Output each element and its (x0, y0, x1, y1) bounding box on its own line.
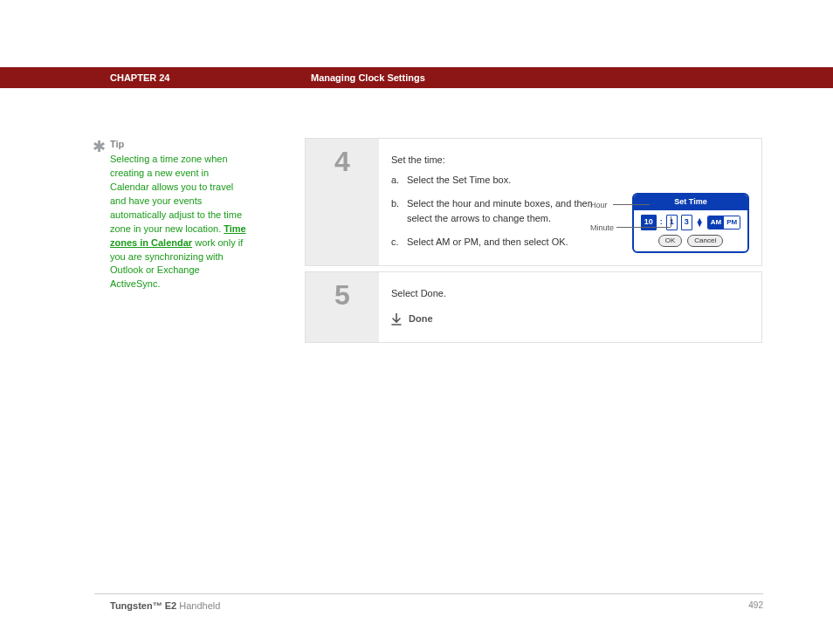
dialog-title: Set Time (634, 195, 747, 210)
cancel-button[interactable]: Cancel (687, 235, 723, 247)
am-option[interactable]: AM (708, 216, 724, 229)
substep-letter: c. (391, 235, 407, 250)
set-time-dialog: Set Time 10 : 1 3 ▲ ▼ AM PM (632, 193, 749, 253)
dialog-button-row: OK Cancel (634, 233, 747, 251)
minute-leader-line (616, 227, 671, 228)
substep-a-text: Select the Set Time box. (407, 173, 511, 188)
dialog-time-row: 10 : 1 3 ▲ ▼ AM PM (634, 210, 747, 233)
footer-rule (94, 593, 763, 594)
download-arrow-icon (391, 313, 402, 325)
minute-callout-label: Minute (590, 223, 614, 235)
step-number: 4 (334, 146, 350, 178)
step-number-column: 4 (306, 139, 379, 265)
step-5: 5 Select Done. Done (305, 271, 762, 343)
done-label: Done (409, 312, 433, 326)
substep-a: a. Select the Set Time box. (391, 173, 749, 188)
page-number: 492 (748, 600, 763, 610)
tip-box: ✱ Tip Selecting a time zone when creatin… (94, 138, 246, 291)
hour-callout-label: Hour (590, 200, 608, 212)
asterisk-icon: ✱ (93, 135, 106, 158)
hour-box[interactable]: 10 (641, 215, 657, 230)
chapter-header: CHAPTER 24 Managing Clock Settings (0, 67, 833, 88)
done-row: Done (391, 312, 749, 326)
step-5-text: Select Done. (391, 286, 749, 301)
steps-column: 4 Set the time: a. Select the Set Time b… (305, 138, 762, 348)
step-number-column: 5 (306, 272, 379, 342)
chapter-title: Managing Clock Settings (311, 72, 425, 83)
arrow-down-icon: ▼ (696, 223, 704, 227)
chapter-number: CHAPTER 24 (110, 72, 169, 83)
product-name: Tungsten™ E2 (110, 600, 176, 611)
product-suffix: Handheld (176, 600, 220, 611)
hour-leader-line (613, 204, 650, 205)
step-4: 4 Set the time: a. Select the Set Time b… (305, 138, 762, 266)
set-time-illustration: Hour Minute Set Time 10 : 1 3 ▲ ▼ (632, 193, 749, 253)
substep-b-text: Select the hour and minute boxes, and th… (407, 196, 608, 226)
pm-option[interactable]: PM (724, 216, 740, 229)
substep-c-text: Select AM or PM, and then select OK. (407, 235, 568, 250)
minute-tens-box[interactable]: 1 (666, 215, 678, 230)
minute-ones-box[interactable]: 3 (681, 215, 692, 230)
step-number: 5 (334, 279, 350, 312)
step-5-body: Select Done. Done (379, 272, 761, 342)
step-4-intro: Set the time: (391, 153, 749, 168)
time-spinner[interactable]: ▲ ▼ (696, 218, 704, 227)
step-4-body: Set the time: a. Select the Set Time box… (379, 139, 761, 265)
substep-letter: b. (391, 196, 407, 226)
tip-text-pre: Selecting a time zone when creating a ne… (110, 154, 242, 234)
substep-letter: a. (391, 173, 407, 188)
am-pm-toggle[interactable]: AM PM (707, 216, 740, 230)
tip-body: Selecting a time zone when creating a ne… (110, 153, 246, 291)
ok-button[interactable]: OK (658, 235, 683, 247)
tip-label: Tip (110, 138, 246, 152)
minute-leader-line-vertical (671, 216, 671, 227)
footer-product: Tungsten™ E2 Handheld (110, 600, 220, 611)
